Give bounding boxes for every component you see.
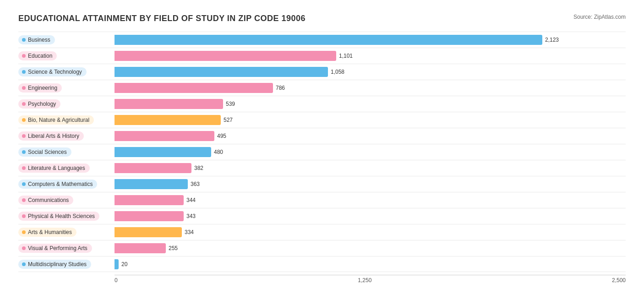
bar — [115, 243, 166, 253]
bar — [115, 83, 273, 93]
bar — [115, 259, 119, 269]
bar-row: Engineering 786 — [18, 80, 626, 96]
label-pill: Psychology — [18, 99, 60, 109]
label-text: Arts & Humanities — [28, 229, 72, 235]
label-pill: Social Sciences — [18, 147, 71, 157]
label-text: Visual & Performing Arts — [28, 245, 87, 251]
bar-label: Science & Technology — [18, 64, 115, 80]
bar-area: 527 — [115, 112, 626, 128]
bar-area: 382 — [115, 160, 626, 176]
label-text: Communications — [28, 197, 69, 203]
label-dot — [22, 38, 26, 42]
bar-label: Business — [18, 32, 115, 48]
label-text: Bio, Nature & Agricultural — [28, 117, 89, 123]
label-dot — [22, 246, 26, 250]
bar-row: Computers & Mathematics 363 — [18, 176, 626, 192]
bar — [115, 115, 221, 125]
label-text: Social Sciences — [28, 149, 67, 155]
label-pill: Business — [18, 35, 55, 44]
bar-label: Arts & Humanities — [18, 224, 115, 240]
bar-area: 255 — [115, 240, 626, 256]
bar-value: 344 — [186, 197, 196, 203]
bar-value: 343 — [186, 213, 196, 219]
bar-label: Liberal Arts & History — [18, 128, 115, 144]
bar — [115, 147, 211, 157]
bar-label: Communications — [18, 192, 115, 208]
bar-label: Engineering — [18, 80, 115, 96]
bar-area: 1,058 — [115, 64, 626, 80]
bar-value: 255 — [169, 245, 178, 251]
x-tick: 0 — [115, 277, 118, 284]
label-dot — [22, 230, 26, 234]
bar-value: 527 — [224, 117, 233, 123]
label-dot — [22, 86, 26, 90]
label-pill: Engineering — [18, 83, 62, 93]
label-dot — [22, 118, 26, 122]
label-pill: Education — [18, 51, 57, 60]
label-pill: Visual & Performing Arts — [18, 244, 92, 253]
chart-title: EDUCATIONAL ATTAINMENT BY FIELD OF STUDY… — [18, 14, 306, 23]
bar-label: Physical & Health Sciences — [18, 208, 115, 224]
label-dot — [22, 182, 26, 186]
bar-value: 539 — [226, 101, 235, 107]
label-pill: Computers & Mathematics — [18, 180, 97, 189]
x-tick: 1,250 — [358, 277, 371, 284]
chart-header: EDUCATIONAL ATTAINMENT BY FIELD OF STUDY… — [18, 14, 626, 23]
bar — [115, 211, 184, 221]
label-text: Science & Technology — [28, 69, 82, 75]
bar — [115, 51, 336, 61]
bar-label: Visual & Performing Arts — [18, 240, 115, 256]
label-pill: Arts & Humanities — [18, 228, 76, 237]
bar-area: 343 — [115, 208, 626, 224]
label-pill: Literature & Languages — [18, 164, 90, 173]
bar-area: 786 — [115, 80, 626, 96]
label-dot — [22, 166, 26, 170]
bar-label: Psychology — [18, 96, 115, 112]
label-text: Computers & Mathematics — [28, 181, 93, 187]
label-pill: Liberal Arts & History — [18, 131, 84, 141]
label-text: Education — [28, 53, 52, 59]
x-axis-labels: 01,2502,500 — [115, 275, 626, 284]
bar-label: Computers & Mathematics — [18, 176, 115, 192]
label-text: Physical & Health Sciences — [28, 213, 95, 219]
bar-value: 334 — [185, 229, 194, 235]
bar-row: Communications 344 — [18, 192, 626, 208]
label-text: Engineering — [28, 85, 57, 91]
bar-label: Bio, Nature & Agricultural — [18, 112, 115, 128]
bar-row: Education 1,101 — [18, 48, 626, 64]
bar-value: 363 — [191, 181, 200, 187]
label-text: Literature & Languages — [28, 165, 85, 171]
bar-value: 480 — [214, 149, 223, 155]
bar-area: 334 — [115, 224, 626, 240]
label-text: Business — [28, 37, 50, 43]
bar-value: 2,123 — [545, 37, 559, 43]
bar-value: 20 — [121, 261, 127, 267]
chart-source: Source: ZipAtlas.com — [573, 14, 626, 20]
x-tick: 2,500 — [612, 277, 626, 284]
label-dot — [22, 134, 26, 138]
chart-body: Business 2,123 Education 1,101 — [18, 32, 626, 272]
bar-row: Literature & Languages 382 — [18, 160, 626, 176]
label-pill: Multidisciplinary Studies — [18, 260, 91, 269]
bar-area: 480 — [115, 144, 626, 160]
chart-container: EDUCATIONAL ATTAINMENT BY FIELD OF STUDY… — [9, 9, 635, 289]
bar — [115, 179, 188, 189]
bar-row: Psychology 539 — [18, 96, 626, 112]
label-text: Liberal Arts & History — [28, 133, 79, 139]
label-dot — [22, 262, 26, 266]
bar-row: Physical & Health Sciences 343 — [18, 208, 626, 224]
bar — [115, 35, 542, 45]
x-axis: 01,2502,500 — [115, 275, 626, 284]
label-text: Psychology — [28, 101, 56, 107]
label-text: Multidisciplinary Studies — [28, 261, 87, 267]
bar-area: 495 — [115, 128, 626, 144]
bar-area: 1,101 — [115, 48, 626, 64]
bar-label: Literature & Languages — [18, 160, 115, 176]
label-dot — [22, 198, 26, 202]
label-dot — [22, 150, 26, 154]
bar-row: Bio, Nature & Agricultural 527 — [18, 112, 626, 128]
bar-value: 1,101 — [339, 53, 353, 59]
bar-row: Business 2,123 — [18, 32, 626, 48]
bar — [115, 99, 223, 109]
bar-value: 382 — [194, 165, 203, 171]
